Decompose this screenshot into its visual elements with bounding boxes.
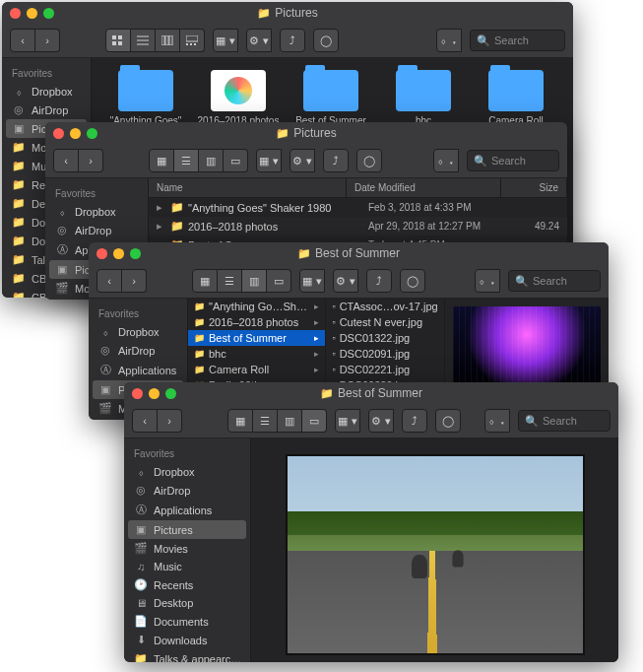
- close-button[interactable]: [96, 248, 107, 259]
- arrange-button[interactable]: ▦ ▾: [256, 149, 282, 172]
- list-view-button[interactable]: ☰: [174, 149, 199, 172]
- column-item[interactable]: ▫CTAssoc…ov-17.jpg: [326, 299, 444, 314]
- tags-button[interactable]: ◯: [356, 149, 382, 172]
- sidebar-item[interactable]: ♫Music: [124, 558, 250, 575]
- sidebar-item[interactable]: 🎬Movies: [124, 539, 250, 558]
- gallery-view-button[interactable]: [180, 29, 205, 52]
- list-header[interactable]: Name Date Modified Size: [149, 178, 567, 198]
- sidebar-item[interactable]: ⬨Dropbox: [124, 463, 250, 481]
- close-button[interactable]: [53, 128, 64, 139]
- sidebar-item[interactable]: ◎AirDrop: [2, 101, 91, 119]
- forward-button[interactable]: ›: [35, 29, 60, 52]
- column-item[interactable]: 📁"Anything Go…Shaker 1980▸: [188, 299, 325, 314]
- share-button[interactable]: ⤴: [366, 269, 392, 293]
- sidebar-item[interactable]: ⒶApplications: [89, 360, 187, 380]
- disclosure-triangle[interactable]: ▸: [157, 220, 166, 233]
- share-button[interactable]: ⤴: [402, 409, 427, 433]
- icon-view-button[interactable]: ▦: [192, 269, 218, 293]
- dropbox-button[interactable]: ⬨ ▾: [475, 269, 500, 293]
- list-row[interactable]: ▸📁"Anything Goes" Shaker 1980Feb 3, 2018…: [149, 198, 567, 217]
- arrange-button[interactable]: ▦ ▾: [299, 269, 325, 293]
- icon-view-button[interactable]: ▦: [227, 409, 253, 433]
- column-header-size[interactable]: Size: [501, 178, 567, 197]
- column-item[interactable]: 📁Camera Roll▸: [188, 362, 325, 377]
- column-item[interactable]: ▫DSC02091.jpg: [326, 346, 444, 362]
- search-field[interactable]: 🔍Search: [518, 410, 611, 432]
- column-item[interactable]: ▫DSC01322.jpg: [326, 330, 444, 346]
- titlebar[interactable]: 📁 Pictures: [45, 122, 567, 144]
- gallery-view-button[interactable]: ▭: [224, 149, 248, 172]
- tags-button[interactable]: ◯: [313, 29, 339, 52]
- icon-view-button[interactable]: [105, 29, 131, 52]
- sidebar-item[interactable]: ▣Pictures: [128, 520, 246, 539]
- column-item[interactable]: 📁bhc▸: [188, 346, 325, 362]
- back-button[interactable]: ‹: [53, 149, 79, 172]
- back-button[interactable]: ‹: [10, 29, 35, 52]
- column-item[interactable]: ▫DSC02221.jpg: [326, 362, 444, 377]
- action-button[interactable]: ⚙ ▾: [368, 409, 394, 433]
- action-button[interactable]: ⚙ ▾: [246, 29, 272, 52]
- disclosure-triangle[interactable]: ▸: [157, 201, 166, 214]
- sidebar-item[interactable]: 🕑Recents: [124, 575, 250, 594]
- close-button[interactable]: [132, 388, 143, 399]
- close-button[interactable]: [10, 8, 21, 19]
- sidebar-item[interactable]: ◎AirDrop: [45, 221, 148, 239]
- zoom-button[interactable]: [130, 248, 141, 259]
- zoom-button[interactable]: [43, 8, 54, 19]
- search-field[interactable]: 🔍Search: [467, 150, 559, 171]
- sidebar-item[interactable]: ⬨Dropbox: [2, 83, 91, 101]
- sidebar-item[interactable]: 🖥Desktop: [124, 594, 250, 612]
- dropbox-button[interactable]: ⬨ ▾: [433, 149, 459, 172]
- zoom-button[interactable]: [87, 128, 97, 139]
- column-view-button[interactable]: ▥: [242, 269, 267, 293]
- minimize-button[interactable]: [27, 8, 37, 19]
- gallery-view-area[interactable]: [251, 438, 618, 662]
- sidebar-item[interactable]: ⬨Dropbox: [89, 323, 187, 341]
- titlebar[interactable]: 📁 Pictures: [2, 2, 573, 24]
- share-button[interactable]: ⤴: [323, 149, 349, 172]
- back-button[interactable]: ‹: [132, 409, 158, 433]
- zoom-button[interactable]: [165, 388, 176, 399]
- minimize-button[interactable]: [149, 388, 160, 399]
- column-header-name[interactable]: Name: [149, 178, 347, 197]
- titlebar[interactable]: 📁 Best of Summer: [89, 242, 609, 264]
- icon-view-button[interactable]: ▦: [149, 149, 174, 172]
- arrange-button[interactable]: ▦ ▾: [335, 409, 360, 433]
- minimize-button[interactable]: [113, 248, 124, 259]
- arrange-button[interactable]: ▦ ▾: [213, 29, 238, 52]
- share-button[interactable]: ⤴: [280, 29, 305, 52]
- column-item[interactable]: 📁2016–2018 photos▸: [188, 314, 325, 330]
- column-view-button[interactable]: ▥: [199, 149, 224, 172]
- column-view-button[interactable]: [156, 29, 180, 52]
- back-button[interactable]: ‹: [96, 269, 122, 293]
- sidebar-item[interactable]: 📁Talks & appearc…: [124, 649, 250, 662]
- forward-button[interactable]: ›: [122, 269, 147, 293]
- action-button[interactable]: ⚙ ▾: [333, 269, 358, 293]
- gallery-view-button[interactable]: ▭: [267, 269, 291, 293]
- action-button[interactable]: ⚙ ▾: [289, 149, 315, 172]
- minimize-button[interactable]: [70, 128, 81, 139]
- column-view-button[interactable]: ▥: [278, 409, 302, 433]
- list-view-button[interactable]: ☰: [253, 409, 278, 433]
- dropbox-button[interactable]: ⬨ ▾: [484, 409, 510, 433]
- gallery-view-button[interactable]: ▭: [302, 409, 327, 433]
- image-preview[interactable]: [286, 454, 585, 655]
- tags-button[interactable]: ◯: [435, 409, 461, 433]
- list-row[interactable]: ▸📁2016–2018 photosApr 29, 2018 at 12:27 …: [149, 217, 567, 235]
- forward-button[interactable]: ›: [158, 409, 182, 433]
- forward-button[interactable]: ›: [79, 149, 103, 172]
- column-item[interactable]: ▫Cutest N ever.jpg: [326, 314, 444, 330]
- dropbox-button[interactable]: ⬨ ▾: [436, 29, 462, 52]
- search-field[interactable]: 🔍Search: [508, 270, 601, 292]
- sidebar-item[interactable]: ⒶApplications: [124, 500, 250, 520]
- list-view-button[interactable]: ☰: [218, 269, 242, 293]
- titlebar[interactable]: 📁 Best of Summer: [124, 382, 618, 404]
- sidebar-item[interactable]: ⬨Dropbox: [45, 203, 148, 221]
- sidebar-item[interactable]: ⬇Downloads: [124, 631, 250, 649]
- search-field[interactable]: 🔍 Search: [470, 30, 565, 51]
- sidebar-item[interactable]: ◎AirDrop: [124, 481, 250, 500]
- sidebar-item[interactable]: ◎AirDrop: [89, 341, 187, 360]
- column-item[interactable]: 📁Best of Summer▸: [188, 330, 325, 346]
- column-header-date[interactable]: Date Modified: [347, 178, 501, 197]
- tags-button[interactable]: ◯: [400, 269, 425, 293]
